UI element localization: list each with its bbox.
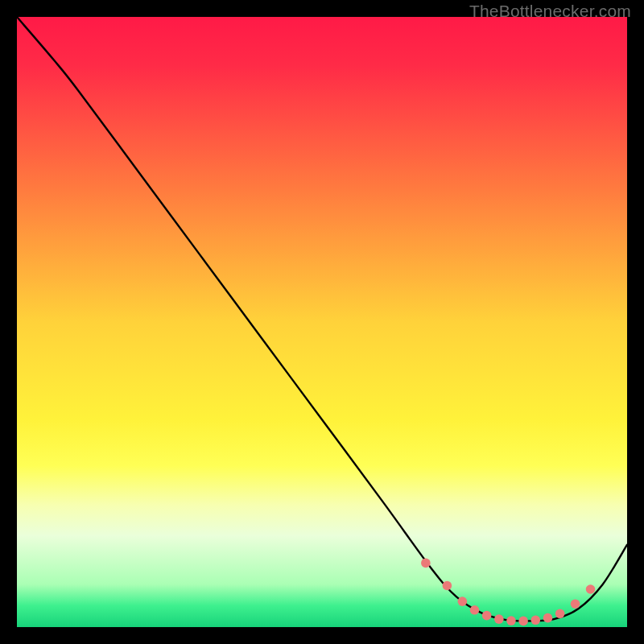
plot-area — [17, 17, 627, 627]
marker-dot — [506, 616, 516, 625]
marker-dot — [555, 609, 565, 619]
marker-dot — [586, 584, 596, 594]
marker-dot — [421, 559, 431, 568]
marker-dot — [443, 581, 452, 591]
marker-dot — [571, 599, 580, 609]
marker-dot — [543, 613, 553, 623]
marker-dot — [470, 605, 480, 615]
marker-dot — [458, 597, 468, 606]
marker-dot — [531, 615, 541, 625]
chart-stage: TheBottlenecker.com — [0, 0, 644, 644]
marker-dot — [518, 617, 528, 626]
marker-dot — [482, 611, 492, 621]
chart-svg — [17, 17, 627, 627]
gradient-background — [17, 17, 627, 627]
marker-dot — [494, 614, 504, 624]
